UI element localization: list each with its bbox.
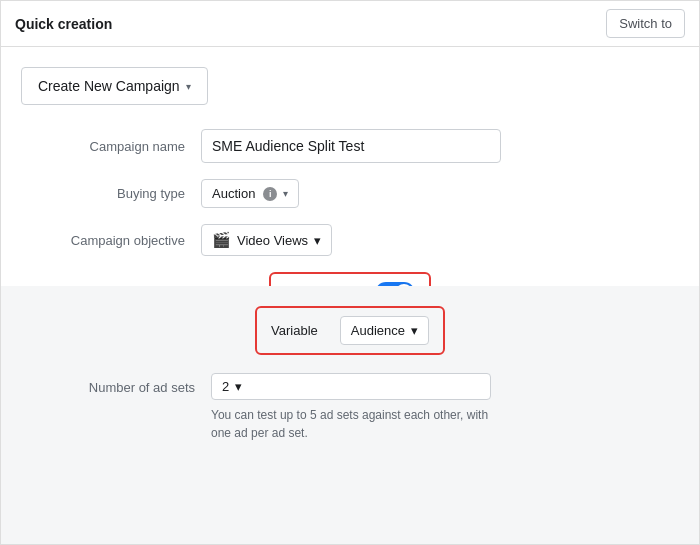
buying-type-chevron-icon: ▾: [283, 188, 288, 199]
campaign-objective-label: Campaign objective: [21, 233, 201, 248]
num-adsets-right: 2 ▾ You can test up to 5 ad sets against…: [211, 373, 491, 442]
campaign-objective-value: Video Views: [237, 233, 308, 248]
switch-to-button[interactable]: Switch to: [606, 9, 685, 38]
audience-chevron-icon: ▾: [411, 323, 418, 338]
buying-type-info-icon: i: [263, 187, 277, 201]
variable-container: Variable Audience ▾: [255, 306, 445, 355]
split-test-container: Split test i: [269, 272, 432, 286]
num-adsets-value: 2: [222, 379, 229, 394]
variable-row: Variable Audience ▾: [21, 306, 679, 355]
create-campaign-button[interactable]: Create New Campaign ▾: [21, 67, 208, 105]
num-adsets-chevron-icon: ▾: [235, 379, 242, 394]
objective-chevron-icon: ▾: [314, 233, 321, 248]
campaign-name-input[interactable]: [201, 129, 501, 163]
page-title: Quick creation: [15, 16, 112, 32]
bottom-section: Variable Audience ▾ Number of ad sets 2 …: [1, 286, 699, 545]
buying-type-dropdown[interactable]: Auction i ▾: [201, 179, 299, 208]
campaign-form: Campaign name Buying type Auction i ▾ Ca…: [21, 129, 679, 286]
main-content: Create New Campaign ▾ Campaign name Buyi…: [1, 47, 699, 286]
buying-type-row: Buying type Auction i ▾: [21, 179, 679, 208]
audience-value: Audience: [351, 323, 405, 338]
campaign-objective-row: Campaign objective 🎬 Video Views ▾: [21, 224, 679, 256]
variable-audience-dropdown[interactable]: Audience ▾: [340, 316, 429, 345]
video-icon: 🎬: [212, 231, 231, 249]
campaign-name-row: Campaign name: [21, 129, 679, 163]
campaign-objective-dropdown[interactable]: 🎬 Video Views ▾: [201, 224, 332, 256]
num-adsets-help-text: You can test up to 5 ad sets against eac…: [211, 406, 491, 442]
split-test-row: Split test i: [21, 272, 679, 286]
variable-label: Variable: [271, 323, 318, 338]
split-test-toggle[interactable]: [375, 282, 415, 286]
top-bar: Quick creation Switch to: [1, 1, 699, 47]
chevron-down-icon: ▾: [186, 81, 191, 92]
buying-type-label: Buying type: [21, 186, 201, 201]
campaign-name-label: Campaign name: [21, 139, 201, 154]
num-adsets-label: Number of ad sets: [51, 373, 211, 395]
num-adsets-row: Number of ad sets 2 ▾ You can test up to…: [51, 373, 679, 442]
num-adsets-dropdown[interactable]: 2 ▾: [211, 373, 491, 400]
buying-type-value: Auction: [212, 186, 255, 201]
